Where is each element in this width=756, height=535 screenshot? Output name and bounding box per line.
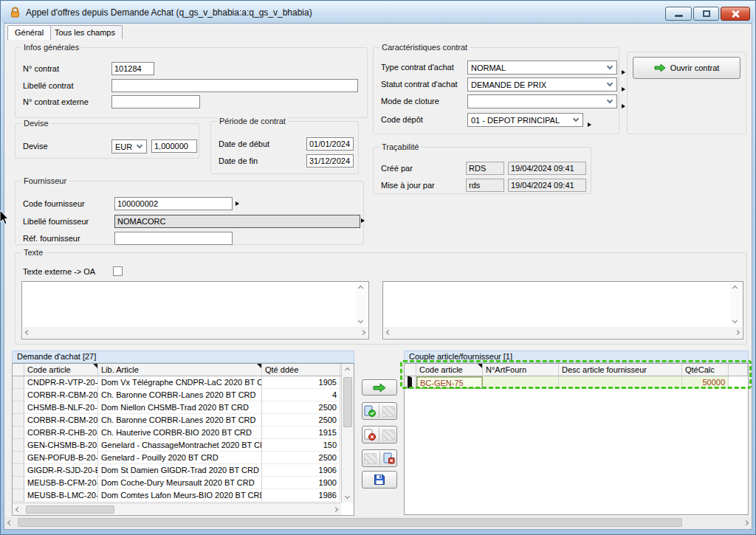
column-header[interactable]: QtéCalc xyxy=(682,364,729,376)
maximize-button[interactable] xyxy=(693,7,719,21)
remove-line-button[interactable] xyxy=(362,449,397,467)
cell[interactable]: 1906 xyxy=(262,464,340,477)
drill-right-icon[interactable] xyxy=(622,87,625,92)
vertical-scrollbar[interactable] xyxy=(730,283,742,326)
scrollbar-thumb[interactable] xyxy=(18,518,682,527)
statut-contrat-select[interactable]: DEMANDE DE PRIX xyxy=(467,77,617,92)
texte-externe-checkbox[interactable] xyxy=(113,266,123,276)
texte-left-textarea[interactable] xyxy=(21,281,369,339)
minimize-button[interactable] xyxy=(665,7,692,21)
table-row[interactable]: MEUSB-B-LMC-20-BDom Comtes Lafon Meurs-B… xyxy=(13,489,354,502)
row-selector[interactable] xyxy=(13,477,24,489)
scroll-up-icon[interactable] xyxy=(358,286,363,291)
scroll-left-icon[interactable] xyxy=(386,330,391,335)
drill-right-icon[interactable] xyxy=(236,201,239,206)
row-selector[interactable] xyxy=(13,489,24,502)
nart-fourn-cell[interactable] xyxy=(483,376,559,389)
cell[interactable]: Dom Coche-Dury Meursault 2020 BT CRD xyxy=(98,477,262,489)
title-bar[interactable]: Appel d'offres depuis Demande Achat (q_g… xyxy=(1,1,755,23)
drill-right-icon[interactable] xyxy=(361,218,365,223)
cell[interactable]: GIGDR-R-SJD-20-E xyxy=(24,464,98,477)
table-row[interactable]: GEN-POFUB-B-20-BGenelard - Pouilly 2020 … xyxy=(13,452,354,464)
row-selector[interactable] xyxy=(13,389,24,401)
scroll-down-icon[interactable] xyxy=(732,318,738,323)
scrollbar-thumb[interactable] xyxy=(26,505,114,514)
vertical-scrollbar[interactable] xyxy=(341,364,354,503)
cell[interactable]: Dom Vx Télégraphe CNDPR-LaC 2020 BT CRD xyxy=(98,376,262,389)
save-button[interactable] xyxy=(362,471,397,489)
vertical-scrollbar[interactable] xyxy=(356,283,368,326)
qte-calc-cell[interactable]: 50000 xyxy=(682,376,729,389)
code-fournisseur-input[interactable] xyxy=(114,197,233,210)
row-selector[interactable] xyxy=(13,439,24,452)
scroll-right-icon[interactable] xyxy=(735,330,740,335)
cell[interactable]: Ch. Hauterive CORBR-BIO 2020 BT CRD xyxy=(98,427,262,439)
cell[interactable]: 150 xyxy=(262,439,340,452)
cell[interactable]: 1905 xyxy=(262,376,340,389)
column-header[interactable]: Desc article fournisseur xyxy=(559,364,682,376)
cell[interactable]: Genelard - ChassageMontrachet 2020 BT CR… xyxy=(98,439,262,452)
no-contrat-input[interactable] xyxy=(111,62,154,75)
date-debut-input[interactable] xyxy=(306,137,354,151)
current-row-indicator[interactable] xyxy=(405,376,416,389)
scroll-up-icon[interactable] xyxy=(345,367,350,373)
cell[interactable]: 4 xyxy=(262,389,340,401)
table-row[interactable]: CORBR-R-CBM-20-Ch. Baronne CORBR-Lanes 2… xyxy=(13,414,354,427)
cell[interactable]: Ch. Baronne CORBR-Lanes 2020 BT CRD xyxy=(98,389,262,401)
cell[interactable]: 2500 xyxy=(262,452,340,464)
deselect-all-button[interactable] xyxy=(362,426,397,443)
horizontal-scrollbar[interactable] xyxy=(384,327,742,338)
cell[interactable]: MEUSB-B-CFM-20- xyxy=(24,477,98,489)
column-header[interactable]: Lib. Article xyxy=(98,364,262,376)
table-row[interactable]: CHSMB-B-NLF-20-BDom Niellon CHSMB-Trad 2… xyxy=(13,401,354,414)
close-button[interactable] xyxy=(721,7,750,21)
table-row[interactable]: CORBR-R-CHB-20-Ch. Hauterive CORBR-BIO 2… xyxy=(13,427,354,439)
row-selector[interactable] xyxy=(13,376,24,389)
scroll-up-icon[interactable] xyxy=(732,286,738,291)
mode-cloture-select[interactable] xyxy=(467,94,617,108)
type-contrat-select[interactable]: NORMAL xyxy=(467,61,617,75)
drill-right-icon[interactable] xyxy=(588,122,591,127)
libelle-contrat-input[interactable] xyxy=(111,79,358,92)
cell[interactable]: CORBR-R-CBM-20- xyxy=(24,414,98,427)
ouvrir-contrat-button[interactable]: Ouvrir contrat xyxy=(633,57,740,79)
form-horizontal-scrollbar[interactable] xyxy=(4,517,752,529)
scroll-down-icon[interactable] xyxy=(345,494,350,499)
row-selector[interactable] xyxy=(13,464,24,477)
tab-tous-les-champs[interactable]: Tous les champs xyxy=(47,25,123,39)
desc-article-cell[interactable] xyxy=(559,376,682,389)
select-all-button[interactable] xyxy=(362,402,397,420)
row-selector[interactable] xyxy=(13,414,24,427)
column-header[interactable]: Qté ddée xyxy=(262,364,340,376)
cell[interactable]: Dom St Damien GIGDR-Trad 2020 BT CRD xyxy=(98,464,262,477)
devise-select[interactable]: EUR xyxy=(111,139,147,153)
transfer-selected-button[interactable] xyxy=(362,379,397,396)
scroll-down-icon[interactable] xyxy=(358,318,363,323)
cell[interactable]: CNDPR-R-VTP-20-B xyxy=(24,376,98,389)
cell[interactable]: Genelard - Pouilly 2020 BT CRD xyxy=(98,452,262,464)
scroll-left-icon[interactable] xyxy=(25,330,30,335)
no-contrat-externe-input[interactable] xyxy=(111,95,200,108)
grid-header[interactable]: Code articleN°ArtFournDesc article fourn… xyxy=(405,364,748,376)
couple-article-grid[interactable]: Code articleN°ArtFournDesc article fourn… xyxy=(404,363,749,515)
cell[interactable]: 2500 xyxy=(262,401,340,414)
scroll-left-icon[interactable] xyxy=(7,520,13,525)
column-header[interactable]: Code article xyxy=(24,364,98,376)
date-fin-input[interactable] xyxy=(306,154,354,168)
column-header[interactable]: N°ArtFourn xyxy=(483,364,559,376)
scroll-left-icon[interactable] xyxy=(16,506,21,511)
cell[interactable]: CORBR-R-CBM-20- xyxy=(24,389,98,401)
drill-right-icon[interactable] xyxy=(622,70,625,75)
cell[interactable]: 1986 xyxy=(262,489,340,502)
table-row[interactable]: CORBR-R-CBM-20-Ch. Baronne CORBR-Lanes 2… xyxy=(13,389,354,401)
cell[interactable]: 1900 xyxy=(262,477,340,489)
cell[interactable]: GEN-POFUB-B-20-B xyxy=(24,452,98,464)
cell[interactable]: 2500 xyxy=(262,414,340,427)
scrollbar-thumb[interactable] xyxy=(343,377,352,427)
cell[interactable]: MEUSB-B-LMC-20-B xyxy=(24,489,98,502)
cell[interactable]: Ch. Baronne CORBR-Lanes 2020 BT CRD xyxy=(98,414,262,427)
row-selector[interactable] xyxy=(13,427,24,439)
code-depot-select[interactable]: 01 - DEPOT PRINCIPAL xyxy=(467,113,583,127)
row-selector[interactable] xyxy=(13,401,24,414)
scroll-right-icon[interactable] xyxy=(743,520,749,525)
